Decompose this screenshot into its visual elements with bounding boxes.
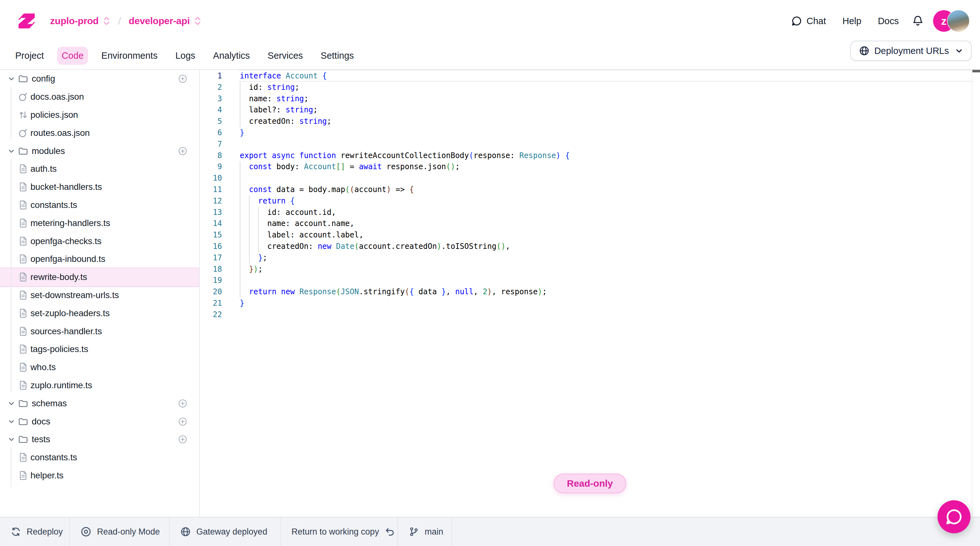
zuplo-logo[interactable] bbox=[16, 11, 37, 31]
folder-icon bbox=[18, 434, 29, 445]
tree-file-constants.ts[interactable]: constants.ts bbox=[0, 449, 199, 467]
tree-file-policies.json[interactable]: policies.json bbox=[0, 106, 199, 124]
notifications-bell-icon[interactable] bbox=[912, 15, 924, 27]
tree-file-set-zuplo-headers.ts[interactable]: set-zuplo-headers.ts bbox=[0, 304, 199, 322]
edit-circle-icon bbox=[18, 128, 28, 138]
tree-file-docs.oas.json[interactable]: docs.oas.json bbox=[0, 88, 199, 106]
tree-indent-guide bbox=[11, 159, 11, 392]
deployment-urls-button[interactable]: Deployment URLs bbox=[850, 41, 972, 61]
add-file-button[interactable] bbox=[178, 74, 187, 83]
tree-file-who.ts[interactable]: who.ts bbox=[0, 358, 199, 377]
help-link[interactable]: Help bbox=[842, 16, 861, 26]
file-icon bbox=[18, 200, 28, 210]
tab-code[interactable]: Code bbox=[57, 47, 88, 65]
tree-folder-config[interactable]: config bbox=[0, 70, 199, 88]
breadcrumb-org[interactable]: zuplo-prod bbox=[50, 16, 99, 26]
chevron-down-icon[interactable] bbox=[7, 417, 16, 426]
line-number: 22 bbox=[200, 309, 222, 321]
line-number: 1 bbox=[200, 70, 222, 82]
chevron-down-icon[interactable] bbox=[7, 399, 16, 408]
tree-file-routes.oas.json[interactable]: routes.oas.json bbox=[0, 124, 199, 142]
tree-file-metering-handlers.ts[interactable]: metering-handlers.ts bbox=[0, 214, 199, 232]
chevron-down-icon[interactable] bbox=[7, 74, 16, 83]
tree-file-openfga-inbound.ts[interactable]: openfga-inbound.ts bbox=[0, 250, 199, 268]
line-number: 4 bbox=[200, 104, 222, 116]
code-line-19: 19 bbox=[200, 275, 980, 286]
refresh-icon bbox=[11, 527, 21, 537]
breadcrumb-project[interactable]: developer-api bbox=[129, 16, 190, 26]
file-icon bbox=[18, 272, 28, 282]
line-number: 9 bbox=[200, 161, 222, 173]
code-line-3: 3 name: string; bbox=[200, 93, 980, 105]
tab-services[interactable]: Services bbox=[263, 47, 307, 65]
tab-settings[interactable]: Settings bbox=[316, 47, 358, 65]
file-icon bbox=[18, 236, 28, 246]
line-number: 6 bbox=[200, 127, 222, 139]
file-icon bbox=[18, 218, 28, 228]
header-nav: Chat Help Docs z bbox=[775, 0, 969, 42]
project-switcher-icon[interactable] bbox=[194, 16, 202, 26]
code-line-11: 11 const data = body.map((account) => { bbox=[200, 184, 980, 196]
tree-file-auth.ts[interactable]: auth.ts bbox=[0, 160, 199, 178]
docs-link[interactable]: Docs bbox=[878, 16, 899, 26]
folder-icon bbox=[18, 398, 29, 409]
globe-icon bbox=[180, 527, 191, 537]
line-number: 21 bbox=[200, 298, 222, 309]
tree-file-constants.ts[interactable]: constants.ts bbox=[0, 196, 199, 214]
statusbar-gateway-deployed[interactable]: Gateway deployed bbox=[170, 517, 281, 546]
file-icon bbox=[18, 290, 28, 300]
tree-indent-guide bbox=[11, 87, 11, 140]
arrows-sort-icon bbox=[18, 110, 28, 120]
code-line-6: 6} bbox=[200, 127, 980, 139]
statusbar-main[interactable]: main bbox=[398, 517, 452, 546]
top-header: zuplo-prod / developer-api Chat Help Doc… bbox=[0, 0, 980, 42]
branch-icon bbox=[409, 527, 419, 537]
tree-file-helper.ts[interactable]: helper.ts bbox=[0, 467, 199, 485]
tree-folder-docs[interactable]: docs bbox=[0, 412, 199, 431]
tree-file-zuplo.runtime.ts[interactable]: zuplo.runtime.ts bbox=[0, 377, 199, 394]
tree-folder-tests[interactable]: tests bbox=[0, 431, 199, 449]
code-line-13: 13 id: account.id, bbox=[200, 207, 980, 219]
file-icon bbox=[18, 452, 28, 463]
chat-fab-icon bbox=[944, 507, 964, 527]
add-file-button[interactable] bbox=[178, 399, 187, 408]
statusbar-redeploy[interactable]: Redeploy bbox=[0, 517, 70, 546]
code-line-10: 10 bbox=[200, 173, 980, 184]
statusbar-return-to-working-copy[interactable]: Return to working copy bbox=[281, 517, 398, 546]
code-editor[interactable]: 1interface Account {2 id: string;3 name:… bbox=[200, 70, 980, 517]
tab-logs[interactable]: Logs bbox=[171, 47, 200, 65]
status-bar: RedeployRead-only ModeGateway deployedRe… bbox=[0, 517, 980, 546]
code-line-14: 14 name: account.name, bbox=[200, 218, 980, 230]
avatar-group[interactable]: z bbox=[933, 10, 969, 32]
tree-folder-modules[interactable]: modules bbox=[0, 142, 199, 160]
edit-circle-icon bbox=[18, 92, 28, 102]
org-switcher-icon[interactable] bbox=[102, 16, 111, 26]
eye-icon bbox=[81, 526, 91, 537]
add-file-button[interactable] bbox=[178, 147, 187, 156]
tree-file-set-downstream-urls.ts[interactable]: set-downstream-urls.ts bbox=[0, 286, 199, 305]
tree-file-tags-policies.ts[interactable]: tags-policies.ts bbox=[0, 340, 199, 358]
code-line-5: 5 createdOn: string; bbox=[200, 116, 980, 127]
tree-file-openfga-checks.ts[interactable]: openfga-checks.ts bbox=[0, 232, 199, 250]
chevron-down-icon[interactable] bbox=[7, 147, 16, 156]
tree-file-sources-handler.ts[interactable]: sources-handler.ts bbox=[0, 322, 199, 340]
chat-link[interactable]: Chat bbox=[791, 16, 826, 26]
tab-project[interactable]: Project bbox=[11, 47, 48, 65]
line-number: 10 bbox=[200, 173, 222, 184]
add-file-button[interactable] bbox=[178, 417, 187, 426]
globe-icon bbox=[859, 46, 869, 56]
tree-file-rewrite-body.ts[interactable]: rewrite-body.ts bbox=[0, 268, 199, 286]
statusbar-read-only-mode[interactable]: Read-only Mode bbox=[70, 517, 170, 546]
line-number: 14 bbox=[200, 218, 222, 230]
tree-file-bucket-handlers.ts[interactable]: bucket-handlers.ts bbox=[0, 178, 199, 196]
folder-icon bbox=[18, 146, 29, 156]
tab-environments[interactable]: Environments bbox=[97, 47, 162, 65]
add-file-button[interactable] bbox=[178, 435, 187, 444]
tab-analytics[interactable]: Analytics bbox=[209, 47, 255, 65]
tree-indent-guide bbox=[11, 448, 11, 488]
tree-folder-schemas[interactable]: schemas bbox=[0, 394, 199, 412]
chat-fab-button[interactable] bbox=[937, 500, 970, 533]
folder-icon bbox=[18, 416, 29, 427]
chevron-down-icon[interactable] bbox=[7, 435, 16, 444]
code-line-12: 12 return { bbox=[200, 196, 980, 207]
